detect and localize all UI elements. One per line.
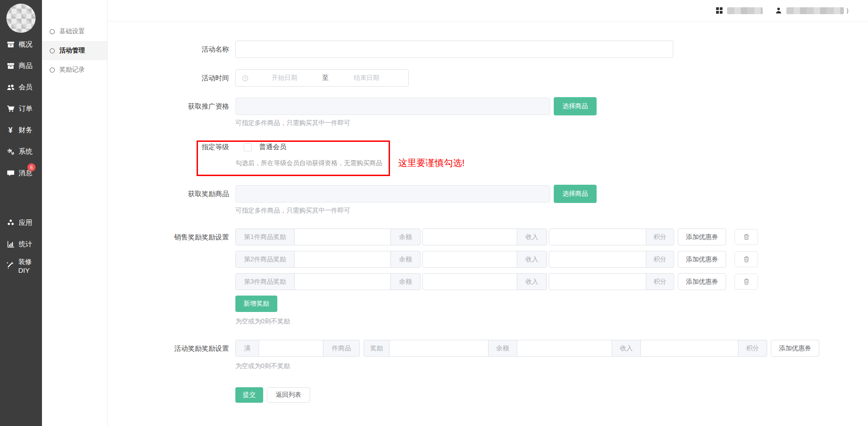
level-hint: 勾选后，所在等级会员自动获得资格，无需购买商品 [235,159,868,167]
row-prefix-addon: 第2件商品奖励 [235,251,295,268]
cart-icon [6,105,15,113]
balance-reward-input[interactable] [294,251,391,268]
income-reward-input[interactable] [517,340,612,357]
points-reward-input[interactable] [549,251,646,268]
add-coupon-button[interactable]: 添加优惠券 [678,273,726,290]
select-goods-button[interactable]: 选择商品 [554,97,597,115]
username-suffix: ) [847,7,848,14]
sales-reward-row-3: 第3件商品奖励余额 收入 积分 添加优惠券 [235,273,758,290]
user-icon [775,7,782,14]
activity-reward-section: 活动奖励奖励设置 满件商品 奖励余额收入积分 添加优惠券 [108,340,868,357]
submenu-item-reward-records[interactable]: 奖励记录 [42,60,107,79]
date-separator: 至 [321,74,331,82]
sidebar-item-finance[interactable]: ¥ 财务 [0,119,42,141]
activity-reward-label: 活动奖励奖励设置 [108,340,235,357]
gears-icon [6,148,15,156]
reward-addon: 奖励 [364,340,390,357]
activity-time-label: 活动时间 [108,74,235,83]
submenu-item-basic-settings[interactable]: 基础设置 [42,22,107,41]
submit-button[interactable]: 提交 [235,387,263,403]
circle-icon [50,48,55,53]
sales-reward-row-1: 第1件商品奖励余额 收入 积分 添加优惠券 [235,229,758,245]
main-sidebar: 概况 商品 会员 订单 ¥ 财务 系统 消息 6 应用 [0,0,42,426]
sales-reward-rows: 第1件商品奖励余额 收入 积分 添加优惠券 第2件商品奖励余额 收入 积分 添加… [235,229,758,290]
balance-reward-input[interactable] [294,273,391,290]
reward-goods-row: 获取奖励商品 选择商品 [108,185,868,203]
sidebar-item-system[interactable]: 系统 [0,141,42,162]
sidebar-item-overview[interactable]: 概况 [0,34,42,55]
sales-reward-row-2: 第2件商品奖励余额 收入 积分 添加优惠券 [235,251,758,268]
sidebar-item-decorate-diy[interactable]: 装修DIY [0,255,42,276]
trash-icon [743,278,750,285]
income-reward-input[interactable] [422,251,517,268]
reward-goods-display [235,185,550,203]
points-addon: 积分 [646,229,674,245]
sidebar-item-label: 概况 [19,40,32,49]
end-date-placeholder: 结束日期 [331,74,403,82]
promo-hint: 可指定多件商品，只需购买其中一件即可 [235,119,868,127]
level-checkbox[interactable] [244,143,252,151]
sidebar-item-members[interactable]: 会员 [0,77,42,98]
reward-goods-hint: 可指定多件商品，只需购买其中一件即可 [235,207,868,215]
points-reward-input[interactable] [549,229,646,245]
grid-icon [716,7,722,14]
add-coupon-button[interactable]: 添加优惠券 [771,340,819,357]
add-reward-button[interactable]: 新增奖励 [235,296,277,312]
submenu-item-activity-management[interactable]: 活动管理 [42,41,107,60]
income-addon: 收入 [612,340,641,357]
form-actions: 提交 返回列表 [235,387,868,403]
bar-chart-icon [6,240,15,249]
sidebar-item-orders[interactable]: 订单 [0,98,42,119]
delete-row-button[interactable] [734,251,758,267]
activity-name-input[interactable] [235,41,673,58]
income-reward-input[interactable] [422,229,517,245]
activity-form: 活动名称 活动时间 开始日期 至 结束日期 获取推广资格 选择商品 可指定多件商… [108,21,868,426]
sidebar-item-products[interactable]: 商品 [0,55,42,77]
sidebar-item-label: 财务 [19,126,32,135]
balance-reward-input[interactable] [294,229,391,245]
submenu-item-label: 活动管理 [59,47,85,55]
product-box-icon [6,62,15,70]
sales-reward-section: 销售奖励奖励设置 第1件商品奖励余额 收入 积分 添加优惠券 第2件商品奖励余额… [108,229,868,290]
reward-goods-label: 获取奖励商品 [108,190,235,198]
sidebar-item-label: 系统 [19,147,32,156]
trash-icon [743,256,750,263]
sidebar-item-messages[interactable]: 消息 6 [0,162,42,184]
back-to-list-button[interactable]: 返回列表 [267,387,310,403]
points-reward-input[interactable] [640,340,738,357]
archive-icon [6,41,15,49]
submenu-item-label: 奖励记录 [59,66,85,74]
income-addon: 收入 [517,273,547,290]
sidebar-item-label: 装修DIY [18,258,42,274]
add-coupon-button[interactable]: 添加优惠券 [678,251,726,268]
balance-reward-input[interactable] [389,340,489,357]
date-range-picker[interactable]: 开始日期 至 结束日期 [235,69,409,87]
username-redacted[interactable] [786,7,844,14]
select-goods-button[interactable]: 选择商品 [554,185,597,203]
activity-reward-row: 满件商品 奖励余额收入积分 添加优惠券 [235,340,819,357]
activity-name-label: 活动名称 [108,45,235,54]
full-addon: 满 [235,340,259,357]
sales-reward-label: 销售奖励奖励设置 [108,229,235,290]
level-label: 指定等级 [108,143,235,151]
sidebar-item-apps[interactable]: 应用 [0,212,42,234]
points-reward-input[interactable] [549,273,646,290]
promo-qualification-row: 获取推广资格 选择商品 [108,97,868,115]
magic-wand-icon [6,262,14,270]
balance-addon: 余额 [488,340,517,357]
add-coupon-button[interactable]: 添加优惠券 [678,229,726,245]
delete-row-button[interactable] [734,229,758,245]
submenu-item-label: 基础设置 [59,27,85,36]
delete-row-button[interactable] [734,274,758,290]
yen-icon: ¥ [6,126,15,135]
sidebar-item-statistics[interactable]: 统计 [0,234,42,255]
promo-qualification-label: 获取推广资格 [108,102,235,111]
threshold-quantity-input[interactable] [259,340,323,357]
activity-time-row: 活动时间 开始日期 至 结束日期 [108,69,868,87]
start-date-placeholder: 开始日期 [249,74,321,82]
income-reward-input[interactable] [422,273,517,290]
avatar[interactable] [6,4,36,33]
top-bar: ) [42,0,868,21]
shop-name-redacted[interactable] [727,7,763,14]
income-addon: 收入 [517,229,547,245]
